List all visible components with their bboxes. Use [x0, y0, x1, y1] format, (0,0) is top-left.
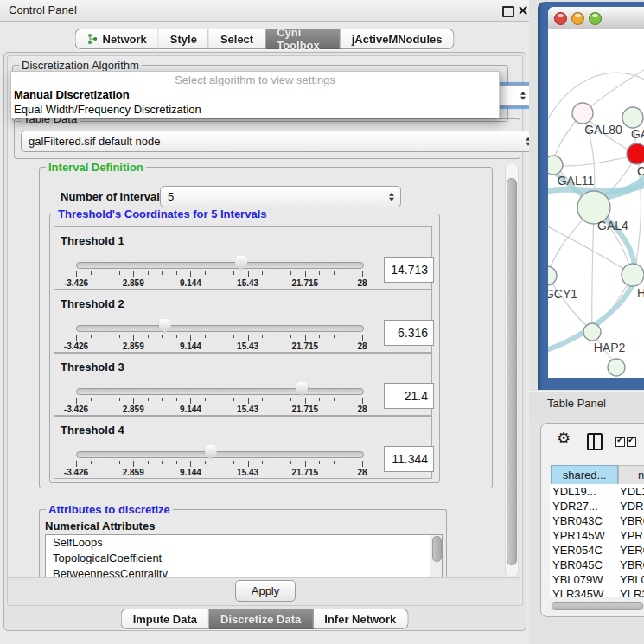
tick-mark — [162, 335, 163, 338]
tick-mark — [233, 398, 234, 401]
checkbox-icon[interactable] — [627, 437, 636, 447]
threshold-slider-track[interactable] — [76, 325, 364, 332]
network-edge[interactable] — [548, 276, 590, 329]
network-node-label: H — [637, 286, 644, 300]
tick-mark — [119, 461, 120, 464]
network-node[interactable] — [608, 359, 625, 376]
cell-name: YBR0 — [620, 513, 644, 528]
settings-gear-icon[interactable]: ⚙ — [557, 430, 571, 446]
attribute-item-selfloops[interactable]: SelfLoops — [46, 535, 442, 551]
tab-infer-network[interactable]: Infer Network — [313, 609, 408, 629]
column-header-name[interactable]: na — [618, 465, 644, 485]
tick-mark — [290, 461, 291, 464]
tab-network[interactable]: Network — [75, 29, 159, 49]
attributes-list-scrollbar-thumb[interactable] — [432, 536, 442, 562]
tick-label: 21.715 — [279, 468, 331, 477]
tab-discretize-data[interactable]: Discretize Data — [209, 609, 313, 629]
tick-mark — [305, 398, 306, 404]
table-row[interactable]: YPR145WYPR1 — [550, 528, 644, 543]
tick-mark — [305, 335, 306, 341]
cell-name: YBL0 — [620, 572, 644, 587]
tab-jactivemnodules[interactable]: jActiveMNodules — [341, 29, 455, 49]
table-row[interactable]: YER054CYER0 — [550, 543, 644, 558]
threshold-slider-track[interactable] — [76, 451, 364, 458]
close-icon[interactable] — [518, 5, 528, 16]
threshold-value-field[interactable]: 11.344 — [384, 446, 434, 472]
tick-mark — [362, 461, 363, 467]
table-rows: YDL19...YDL1YDR27...YDR2YBR043CYBR0YPR14… — [550, 484, 644, 597]
network-edge[interactable] — [583, 68, 644, 113]
network-edge[interactable] — [553, 156, 637, 166]
cell-name: YDR2 — [620, 499, 644, 513]
zoom-light-icon[interactable] — [589, 12, 602, 25]
network-node-label: GAL4 — [597, 219, 628, 233]
table-row[interactable]: YLR345WYLR3 — [550, 587, 644, 597]
threshold-4-panel: Threshold 4-3.4262.8599.14415.4321.71528… — [54, 416, 432, 479]
float-window-icon[interactable] — [502, 6, 514, 17]
table-hscrollbar-track[interactable] — [550, 601, 644, 609]
threshold-2-panel: Threshold 2-3.4262.8599.14415.4321.71528… — [54, 290, 432, 353]
number-of-intervals-combobox[interactable]: 5 — [160, 186, 401, 207]
attributes-list-scrollbar[interactable] — [430, 535, 442, 577]
network-edge[interactable] — [592, 207, 594, 332]
tick-mark — [290, 335, 291, 338]
numerical-attributes-label: Numerical Attributes — [45, 520, 155, 532]
settings-scrollbar-thumb[interactable] — [507, 178, 517, 565]
threshold-value-field[interactable]: 6.316 — [384, 320, 434, 346]
attribute-item-topologicalcoefficient[interactable]: TopologicalCoefficient — [46, 551, 442, 566]
network-node-label: HAP2 — [594, 341, 626, 354]
table-row[interactable]: YDL19...YDL1 — [550, 484, 644, 499]
algorithm-option-manual-discretization[interactable]: Manual Discretization — [11, 87, 499, 102]
cell-shared-name: YER054C — [552, 543, 603, 558]
tab-cyni-toolbox[interactable]: Cyni Toolbox — [265, 29, 341, 49]
tick-mark — [305, 461, 306, 467]
network-canvas[interactable]: GAL80GACGAL11GAL4GCY1HHAP2 — [548, 29, 644, 378]
tick-mark — [133, 461, 134, 467]
network-node-gal11[interactable] — [548, 156, 563, 175]
threshold-value-field[interactable]: 21.4 — [384, 383, 434, 409]
table-row[interactable]: YBR045CYBR0 — [550, 558, 644, 572]
threshold-slider-track[interactable] — [76, 262, 364, 269]
control-panel-title: Control Panel — [9, 3, 77, 16]
tick-mark — [190, 461, 191, 467]
network-node-gal80[interactable] — [572, 103, 593, 124]
network-node-ga[interactable] — [622, 107, 643, 128]
tick-mark — [148, 461, 149, 464]
split-columns-icon[interactable] — [587, 433, 603, 450]
tick-mark — [105, 398, 105, 401]
network-node-hap2[interactable] — [583, 323, 601, 341]
threshold-label: Threshold 4 — [61, 424, 124, 437]
cell-shared-name: YPR145W — [552, 528, 605, 543]
tick-mark — [176, 398, 177, 401]
algorithm-option-equal-width-frequency[interactable]: Equal Width/Frequency Discretization — [11, 102, 499, 117]
number-of-intervals-value: 5 — [168, 190, 174, 203]
table-row[interactable]: YBL079WYBL0 — [550, 572, 644, 587]
table-data-combobox[interactable]: galFiltered.sif default node — [21, 131, 538, 152]
apply-button[interactable]: Apply — [235, 580, 296, 602]
tick-mark — [205, 398, 206, 401]
tab-impute-data[interactable]: Impute Data — [121, 609, 209, 629]
tab-style[interactable]: Style — [159, 29, 209, 49]
tick-mark — [362, 398, 363, 404]
table-row[interactable]: YDR27...YDR2 — [550, 499, 644, 513]
checkbox-icon[interactable] — [615, 437, 625, 447]
network-window-titlebar[interactable] — [548, 7, 644, 29]
cell-shared-name: YDR27... — [552, 499, 598, 513]
close-light-icon[interactable] — [554, 12, 567, 25]
tick-mark — [205, 335, 206, 338]
tab-label: Impute Data — [133, 613, 197, 626]
column-header-shared-name[interactable]: shared... — [551, 465, 618, 485]
table-row[interactable]: YBR043CYBR0 — [550, 513, 644, 528]
tick-label: 28 — [336, 278, 388, 288]
threshold-slider-track[interactable] — [76, 388, 364, 395]
table-hscrollbar-thumb[interactable] — [552, 602, 643, 610]
attribute-item-betweennesscentrality[interactable]: BetweennessCentrality — [46, 566, 442, 577]
threshold-value-field[interactable]: 14.713 — [384, 257, 434, 283]
minimize-light-icon[interactable] — [571, 12, 584, 25]
tick-mark — [248, 398, 249, 404]
tab-select[interactable]: Select — [209, 29, 265, 49]
network-node-c[interactable] — [627, 143, 644, 164]
network-icon — [87, 33, 99, 45]
network-node-h[interactable] — [622, 264, 644, 286]
network-node-gcy1[interactable] — [548, 266, 557, 285]
